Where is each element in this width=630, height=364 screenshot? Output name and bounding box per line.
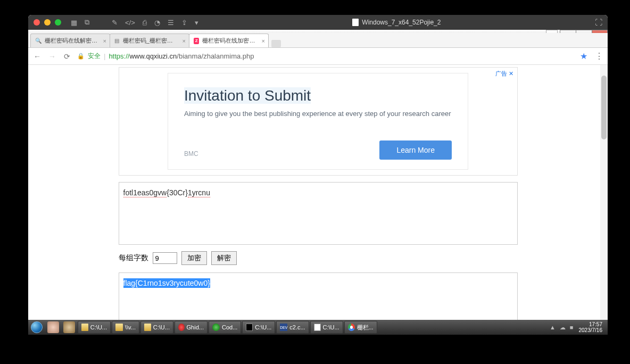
taskbar-item-label: C:\U... <box>90 324 107 330</box>
controls-row: 每组字数 加密 解密 <box>119 251 518 265</box>
tab-search[interactable]: 🔍 栅栏密码在线解密 - 搜索 × <box>30 34 110 47</box>
ad-brand: BMC <box>184 150 198 158</box>
decrypt-button[interactable]: 解密 <box>211 251 237 265</box>
mac-minimize-button[interactable] <box>44 19 51 26</box>
mac-toolbar-icons: ▦ ⧉ ✎ </> ⎙ ◔ ☰ ⇪ ▾ <box>71 18 198 27</box>
taskbar-item[interactable]: \\v... <box>112 321 139 334</box>
tab-label: 栅栏密码在线加密解密 - <box>202 37 256 45</box>
print-icon[interactable]: ⎙ <box>143 19 147 27</box>
ad-info-label[interactable]: 广告 ✕ <box>495 70 513 78</box>
tab-close-icon[interactable]: × <box>183 38 186 44</box>
lock-icon: 🔒 <box>77 53 85 60</box>
taskbar-item-label: C:\U... <box>323 324 339 330</box>
ad-cta-button[interactable]: Learn More <box>379 140 452 160</box>
forward-button[interactable]: → <box>47 52 57 61</box>
share-icon[interactable]: ⇪ <box>181 19 187 27</box>
group-size-label: 每组字数 <box>119 253 148 263</box>
page-favicon-icon: ▤ <box>114 38 120 44</box>
taskbar-item[interactable]: C:\U... <box>140 321 173 334</box>
taskbar-clock[interactable]: 17:57 2023/7/16 <box>579 321 603 333</box>
encrypt-button[interactable]: 加密 <box>181 251 207 265</box>
pinned-avatar-1[interactable] <box>45 320 61 334</box>
taskbar-item[interactable]: DEVc2.c... <box>276 321 309 334</box>
taskbar-item[interactable]: Cod... <box>209 321 241 334</box>
tab-close-icon[interactable]: × <box>262 38 265 44</box>
np-icon <box>314 324 321 331</box>
cmd-icon <box>246 324 253 331</box>
taskbar-item[interactable]: 栅栏... <box>344 321 377 334</box>
vm-title: Windows_7_x64_52Pojie_2 <box>198 19 595 26</box>
page-content: 广告 ✕ Invitation to Submit Aiming to give… <box>28 65 608 335</box>
pinned-avatar-2[interactable] <box>61 320 77 334</box>
taskbar-item[interactable]: C:\U... <box>78 321 111 334</box>
taskbar-item[interactable]: C:\U... <box>310 321 343 334</box>
windows-taskbar: C:\U...\\v...C:\U...Ghid...Cod...C:\U...… <box>28 320 608 335</box>
secure-label: 安全 <box>88 52 101 61</box>
user-icon[interactable]: ◔ <box>154 19 160 27</box>
traffic-lights <box>34 19 61 26</box>
tab-tool[interactable]: Z 栅栏密码在线加密解密 - × <box>189 34 269 47</box>
dev-icon: DEV <box>280 324 287 331</box>
guest-desktop: — ▭ ✕ 🔍 栅栏密码在线解密 - 搜索 × ▤ 栅栏密码_栅栏密码在线… ×… <box>28 30 608 335</box>
back-button[interactable]: ← <box>32 52 42 61</box>
code-icon[interactable]: </> <box>125 19 135 27</box>
windows-orb-icon <box>31 321 43 333</box>
clock-time: 17:57 <box>579 321 603 327</box>
folder-icon <box>115 324 123 331</box>
tool-icon[interactable]: ✎ <box>112 19 118 27</box>
mac-close-button[interactable] <box>34 19 40 26</box>
ghidra-icon <box>178 324 185 331</box>
start-button[interactable] <box>28 320 45 335</box>
taskbar-item[interactable]: Ghid... <box>175 321 208 334</box>
folder-icon <box>81 324 88 331</box>
scrollbar[interactable] <box>600 65 608 335</box>
vm-title-text: Windows_7_x64_52Pojie_2 <box>362 19 441 26</box>
browser-menu-icon[interactable]: ⋮ <box>595 51 603 61</box>
taskbar-item-label: Ghid... <box>187 324 204 330</box>
url-text: https://www.qqxiuzi.cn/bianma/zhalanmima… <box>109 52 254 60</box>
tab-close-icon[interactable]: × <box>103 38 106 44</box>
list-icon[interactable]: ☰ <box>168 19 174 27</box>
taskbar-item-label: c2.c... <box>289 324 305 330</box>
cipher-input[interactable]: fotl1eas0gvw{30Cr}1yrcnu <box>119 182 518 245</box>
taskbar-item-label: C:\U... <box>153 324 170 330</box>
tab-label: 栅栏密码在线解密 - 搜索 <box>45 37 98 45</box>
ad-card[interactable]: Invitation to Submit Aiming to give you … <box>168 73 468 170</box>
plain-output[interactable]: flag{C1rno1sv3rycute0w0} <box>119 272 518 320</box>
bookmark-star-icon[interactable]: ★ <box>580 51 587 61</box>
group-size-input[interactable] <box>153 252 177 264</box>
tab-label: 栅栏密码_栅栏密码在线… <box>123 37 177 45</box>
browser-tabstrip: 🔍 栅栏密码在线解密 - 搜索 × ▤ 栅栏密码_栅栏密码在线… × Z 栅栏密… <box>28 33 608 48</box>
clock-date: 2023/7/16 <box>579 327 603 333</box>
chevron-icon[interactable]: ▾ <box>195 19 198 27</box>
taskbar-item-label: Cod... <box>222 324 237 330</box>
search-favicon-icon: 🔍 <box>35 38 42 44</box>
grid-icon[interactable]: ▦ <box>71 19 77 27</box>
ad-title: Invitation to Submit <box>184 87 311 104</box>
vm-window: ▦ ⧉ ✎ </> ⎙ ◔ ☰ ⇪ ▾ Windows_7_x64_52Poji… <box>28 15 608 335</box>
expand-icon[interactable]: ⛶ <box>595 18 602 27</box>
separator: | <box>104 52 105 60</box>
address-bar: ← → ⟳ 🔒 安全 | https://www.qqxiuzi.cn/bian… <box>28 48 608 65</box>
panel-icon[interactable]: ⧉ <box>85 18 89 27</box>
system-tray: ▲☁■ 17:57 2023/7/16 <box>550 321 608 333</box>
decrypted-text: flag{C1rno1sv3rycute0w0} <box>123 278 210 288</box>
reload-button[interactable]: ⟳ <box>62 52 72 61</box>
ad-container: 广告 ✕ Invitation to Submit Aiming to give… <box>119 67 518 176</box>
tab-ref[interactable]: ▤ 栅栏密码_栅栏密码在线… × <box>110 34 189 47</box>
site-favicon-icon: Z <box>194 38 199 44</box>
mac-maximize-button[interactable] <box>55 19 61 26</box>
new-tab-button[interactable] <box>271 40 281 47</box>
folder-icon <box>144 324 151 331</box>
taskbar-item-label: \\v... <box>125 324 136 330</box>
scroll-thumb[interactable] <box>601 76 607 139</box>
tray-icons[interactable]: ▲☁■ <box>550 324 574 331</box>
cipher-text: fotl1eas0gvw{30Cr}1yrcnu <box>123 189 210 197</box>
code-icon <box>212 324 220 331</box>
document-icon <box>352 19 359 26</box>
ad-subtitle: Aiming to give you the best publishing e… <box>184 110 452 118</box>
mac-titlebar: ▦ ⧉ ✎ </> ⎙ ◔ ☰ ⇪ ▾ Windows_7_x64_52Poji… <box>28 15 608 30</box>
taskbar-item-label: C:\U... <box>255 324 271 330</box>
taskbar-item[interactable]: C:\U... <box>242 321 275 334</box>
url-field[interactable]: 🔒 安全 | https://www.qqxiuzi.cn/bianma/zha… <box>77 50 575 63</box>
